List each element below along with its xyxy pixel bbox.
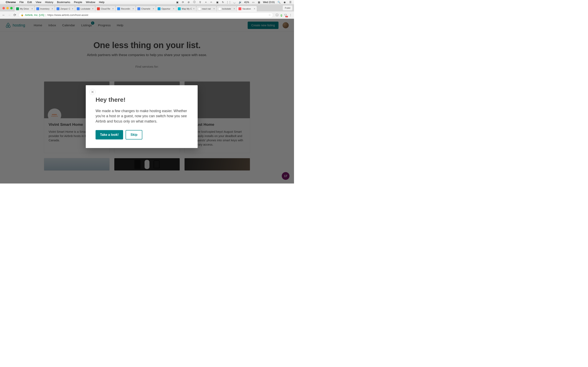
tab-close-icon[interactable]: × — [213, 7, 215, 10]
tab-label: Cloud Re — [101, 8, 111, 10]
spotlight-icon[interactable]: 🔍 — [277, 1, 281, 4]
tab-label: Inventory — [40, 8, 51, 10]
key-icon[interactable]: ⚲ — [199, 1, 202, 4]
browser-tab-strip: My Drive×Inventory×Zenput: C×Lockstate×C… — [0, 4, 294, 11]
tab-close-icon[interactable]: × — [193, 7, 195, 10]
timemachine-icon[interactable]: ↻ — [221, 1, 225, 4]
page-viewport: hosting Home Inbox Calendar Listings 1 P… — [0, 19, 294, 184]
modal-body: We made a few changes to make hosting ea… — [95, 108, 188, 124]
browser-tab[interactable]: lockstate× — [216, 6, 237, 11]
browser-tab[interactable]: Vacation× — [237, 6, 257, 11]
tab-label: Recordin — [121, 8, 131, 10]
tab-close-icon[interactable]: × — [254, 7, 255, 10]
control-icon[interactable]: ▦ — [257, 1, 260, 4]
tab-favicon — [97, 7, 100, 10]
menu-file[interactable]: File — [19, 1, 24, 4]
app-name[interactable]: Chrome — [6, 1, 16, 4]
browser-tab[interactable]: Recordin× — [115, 6, 136, 11]
back-button[interactable]: ← — [2, 13, 5, 17]
info-icon[interactable]: ⓘ — [193, 1, 196, 4]
menubar-left: Chrome File Edit View History Bookmarks … — [2, 1, 104, 4]
tab-label: Opportur — [162, 8, 172, 10]
browser-tab[interactable]: Cloud Re× — [95, 6, 116, 11]
tab-label: Zenput: C — [61, 8, 71, 10]
window-minimize-button[interactable] — [6, 7, 9, 9]
tab-label: My Drive — [20, 8, 30, 10]
reload-button[interactable]: ⟳ — [13, 13, 16, 17]
tab-favicon — [178, 7, 181, 10]
glasses-icon[interactable]: ᯅ — [210, 1, 213, 4]
tab-favicon — [198, 7, 201, 10]
modal-close-button[interactable] — [89, 89, 95, 95]
hash-icon[interactable]: ⌗ — [204, 1, 208, 4]
macos-menubar: Chrome File Edit View History Bookmarks … — [0, 0, 294, 4]
tab-close-icon[interactable]: × — [52, 7, 53, 10]
chrome-menu-icon[interactable]: ⋮ — [289, 13, 292, 17]
modal-title: Hey there! — [95, 96, 188, 103]
tab-close-icon[interactable]: × — [233, 7, 235, 10]
sync-icon[interactable]: ⟳ — [181, 1, 185, 4]
url-separator: | — [45, 13, 46, 17]
browser-tab[interactable]: react nat× — [196, 6, 217, 11]
tab-close-icon[interactable]: × — [132, 7, 134, 10]
clock[interactable]: Wed 23:01 — [263, 1, 275, 4]
tab-close-icon[interactable]: × — [112, 7, 114, 10]
browser-toolbar: ← → ⟳ 🔒 Airbnb, Inc. [US] | https://www.… — [0, 11, 294, 19]
window-close-button[interactable] — [2, 7, 5, 9]
browser-tab[interactable]: Zenput: C× — [55, 6, 75, 11]
menu-bookmarks[interactable]: Bookmarks — [57, 1, 70, 4]
tab-favicon — [36, 7, 39, 10]
bookmark-star-icon[interactable]: ☆ — [268, 13, 271, 17]
battery-icon[interactable]: ▭ — [251, 1, 255, 4]
menu-view[interactable]: View — [35, 1, 41, 4]
square-a-icon[interactable]: ▣ — [216, 1, 219, 4]
ext-info-icon[interactable]: ⓘ — [276, 13, 278, 17]
tab-label: lockstate — [222, 8, 233, 10]
browser-tab[interactable]: Chamele× — [136, 6, 156, 11]
browser-tab[interactable]: Lockstate× — [75, 6, 95, 11]
tab-favicon — [117, 7, 120, 10]
forward-button: → — [8, 13, 11, 17]
ext-shield-icon[interactable]: 🛡17 — [284, 13, 287, 17]
bluetooth-icon[interactable]: ⋮⋮ — [227, 1, 230, 4]
tab-close-icon[interactable]: × — [31, 7, 33, 10]
tab-label: Chamele — [141, 8, 152, 10]
menu-history[interactable]: History — [45, 1, 53, 4]
volume-icon[interactable]: 🔊 — [238, 1, 242, 4]
tab-favicon — [16, 7, 19, 10]
menubar-right: ▣ ⟳ ⊘ ⓘ ⚲ ⌗ ᯅ ▣ ↻ ⋮⋮ ◡ 🔊 41% ▭ ▦ Wed 23:… — [176, 1, 292, 4]
tab-favicon — [158, 7, 160, 10]
tab-close-icon[interactable]: × — [72, 7, 73, 10]
menu-help[interactable]: Help — [99, 1, 104, 4]
video-icon[interactable]: ▣ — [176, 1, 179, 4]
circle-slash-icon[interactable]: ⊘ — [187, 1, 190, 4]
tab-favicon — [77, 7, 80, 10]
tab-close-icon[interactable]: × — [153, 7, 154, 10]
window-zoom-button[interactable] — [10, 7, 13, 9]
tab-close-icon[interactable]: × — [173, 7, 174, 10]
tab-close-icon[interactable]: × — [92, 7, 94, 10]
siri-icon[interactable]: ◉ — [283, 1, 286, 4]
address-bar[interactable]: 🔒 Airbnb, Inc. [US] | https://www.airbnb… — [18, 12, 273, 18]
chrome-profile-chip[interactable]: Pulkit — [283, 6, 292, 10]
notification-center-icon[interactable]: ☰ — [289, 1, 292, 4]
modal-secondary-button[interactable]: Skip — [126, 130, 142, 140]
wifi-icon[interactable]: ◡ — [233, 1, 236, 4]
tab-favicon — [218, 7, 221, 10]
url-text: https://www.airbnb.com/host-assist — [47, 13, 88, 17]
ext-g-icon[interactable]: g — [281, 13, 282, 17]
menu-edit[interactable]: Edit — [27, 1, 32, 4]
browser-tab[interactable]: Map My C× — [176, 6, 196, 11]
browser-tab[interactable]: Opportur× — [156, 6, 176, 11]
toolbar-extensions: ⓘ g 🛡17 ⋮ — [276, 13, 292, 17]
menu-window[interactable]: Window — [86, 1, 95, 4]
tab-label: Vacation — [242, 8, 253, 10]
browser-tab[interactable]: My Drive× — [14, 6, 35, 11]
tab-favicon — [57, 7, 60, 10]
battery-percent[interactable]: 41% — [244, 1, 249, 4]
menu-people[interactable]: People — [74, 1, 82, 4]
lock-icon: 🔒 — [21, 14, 24, 16]
close-icon — [91, 91, 94, 93]
modal-primary-button[interactable]: Take a look! — [95, 130, 123, 140]
browser-tab[interactable]: Inventory× — [35, 6, 55, 11]
